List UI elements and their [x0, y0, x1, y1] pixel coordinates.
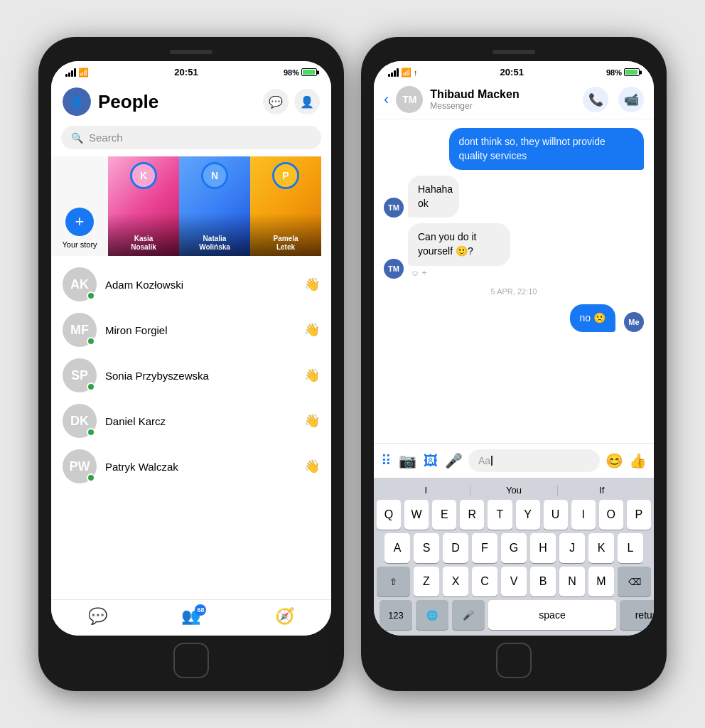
- image-icon[interactable]: 🖼: [424, 453, 438, 469]
- key-w[interactable]: W: [404, 500, 429, 530]
- key-return[interactable]: return: [620, 600, 654, 630]
- home-button-left[interactable]: [173, 643, 209, 678]
- add-person-icon-btn[interactable]: 👤: [294, 89, 320, 114]
- suggest-you[interactable]: You: [470, 485, 559, 496]
- emoji-icon[interactable]: 😊: [606, 452, 623, 469]
- key-s[interactable]: S: [414, 533, 439, 563]
- video-call-button[interactable]: 📹: [618, 87, 644, 112]
- key-z[interactable]: Z: [414, 567, 439, 596]
- received-avatar-2: TM: [384, 259, 404, 279]
- key-n[interactable]: N: [559, 567, 585, 596]
- key-l[interactable]: L: [618, 533, 643, 563]
- key-e[interactable]: E: [432, 500, 456, 530]
- key-u[interactable]: U: [544, 500, 568, 530]
- key-a[interactable]: A: [384, 533, 410, 563]
- message-icon-btn[interactable]: 💬: [263, 89, 289, 114]
- your-story[interactable]: + Your story: [51, 156, 108, 256]
- left-phone: 📶 20:51 98% 👤 People 💬: [38, 37, 344, 691]
- story-natalia[interactable]: N NataliaWolińska: [179, 156, 250, 256]
- key-t[interactable]: T: [488, 500, 512, 530]
- key-f[interactable]: F: [472, 533, 497, 563]
- suggest-i[interactable]: I: [382, 485, 470, 496]
- battery-icon-left: [301, 68, 317, 76]
- key-mic[interactable]: 🎤: [452, 600, 485, 630]
- story-kasia[interactable]: K KasiaNosalik: [108, 156, 179, 256]
- friend-miron[interactable]: MF Miron Forgiel 👋: [51, 307, 331, 353]
- status-right-right: 98%: [606, 68, 640, 77]
- key-backspace[interactable]: ⌫: [618, 567, 651, 596]
- message-input[interactable]: Aa: [468, 449, 600, 472]
- wave-icon-patryk[interactable]: 👋: [304, 459, 320, 474]
- wave-icon-daniel[interactable]: 👋: [304, 413, 320, 429]
- reaction-add-icon[interactable]: ☺ +: [411, 268, 427, 278]
- key-g[interactable]: G: [501, 533, 527, 563]
- key-b[interactable]: B: [530, 567, 556, 596]
- key-i[interactable]: I: [571, 500, 596, 530]
- key-space[interactable]: space: [488, 600, 616, 630]
- dots-icon[interactable]: ⠿: [381, 452, 392, 469]
- user-avatar[interactable]: 👤: [63, 87, 91, 116]
- key-h[interactable]: H: [530, 533, 556, 563]
- key-j[interactable]: J: [559, 533, 585, 563]
- call-button[interactable]: 📞: [583, 87, 608, 112]
- nav-discover[interactable]: 🧭: [275, 607, 294, 626]
- search-bar[interactable]: 🔍 Search: [61, 126, 321, 149]
- phone-icon: 📞: [588, 92, 603, 107]
- wave-icon-miron[interactable]: 👋: [304, 322, 320, 338]
- wifi-icon: 📶: [78, 68, 89, 77]
- mic-icon[interactable]: 🎤: [445, 452, 463, 469]
- msg-row-3: TM Can you do it yourself 🙂? ☺ +: [384, 223, 644, 278]
- camera-icon[interactable]: 📷: [399, 452, 416, 469]
- like-icon[interactable]: 👍: [629, 452, 647, 469]
- status-bar-left: 📶 20:51 98%: [51, 61, 331, 80]
- key-p[interactable]: P: [627, 500, 651, 530]
- suggest-if[interactable]: If: [558, 485, 645, 496]
- friend-patryk[interactable]: PW Patryk Walczak 👋: [51, 444, 331, 489]
- contact-sub: Messenger: [430, 101, 576, 111]
- key-c[interactable]: C: [472, 567, 497, 596]
- nav-people[interactable]: 👥 68: [181, 607, 200, 626]
- contact-avatar[interactable]: TM: [396, 86, 423, 113]
- key-d[interactable]: D: [443, 533, 468, 563]
- signal-icon-right: [388, 68, 399, 77]
- online-dot-3: [87, 382, 95, 391]
- status-right-left: 98%: [284, 68, 317, 77]
- nav-chat[interactable]: 💬: [88, 607, 107, 626]
- friend-name-miron: Miron Forgiel: [105, 324, 296, 336]
- friend-adam[interactable]: AK Adam Kozłowski 👋: [51, 262, 331, 307]
- story-pamela[interactable]: P PamelaLetek: [250, 156, 321, 256]
- kb-row-1: Q W E R T Y U I O P: [377, 500, 651, 530]
- key-o[interactable]: O: [599, 500, 623, 530]
- received-bubble-group: Hahaha ok: [408, 176, 476, 218]
- status-left-right: 📶 ↑: [388, 68, 418, 77]
- message-dots-icon: 💬: [269, 95, 283, 109]
- key-k[interactable]: K: [588, 533, 614, 563]
- key-shift[interactable]: ⇧: [377, 567, 410, 596]
- sent-avatar-1: Me: [624, 312, 644, 332]
- msg-row-2: TM Hahaha ok: [384, 176, 644, 218]
- contact-name: Thibaud Macken: [430, 88, 576, 101]
- header-icons: 💬 👤: [263, 89, 320, 114]
- friend-sonia[interactable]: SP Sonia Przybyszewska 👋: [51, 353, 331, 398]
- add-story-icon: +: [65, 208, 94, 236]
- chat-input-icons: ⠿ 📷 🖼 🎤: [381, 452, 463, 469]
- key-x[interactable]: X: [443, 567, 468, 596]
- key-r[interactable]: R: [460, 500, 484, 530]
- key-globe[interactable]: 🌐: [416, 600, 448, 630]
- friend-daniel[interactable]: DK Daniel Karcz 👋: [51, 398, 331, 444]
- key-y[interactable]: Y: [516, 500, 540, 530]
- people-header: 👤 People 💬 👤: [51, 80, 331, 122]
- key-q[interactable]: Q: [377, 500, 401, 530]
- msg-row-4: no 🙁 Me: [384, 304, 644, 333]
- people-badge: 68: [195, 604, 206, 616]
- key-v[interactable]: V: [501, 567, 527, 596]
- wave-icon-adam[interactable]: 👋: [304, 277, 320, 292]
- friend-avatar-daniel: DK: [63, 404, 97, 438]
- home-button-right[interactable]: [496, 643, 532, 678]
- status-left: 📶: [65, 68, 89, 77]
- key-123[interactable]: 123: [380, 600, 412, 630]
- key-m[interactable]: M: [588, 567, 614, 596]
- back-button[interactable]: ‹: [384, 90, 389, 109]
- wave-icon-sonia[interactable]: 👋: [304, 368, 320, 383]
- timestamp: 5 APR, 22:10: [384, 287, 644, 296]
